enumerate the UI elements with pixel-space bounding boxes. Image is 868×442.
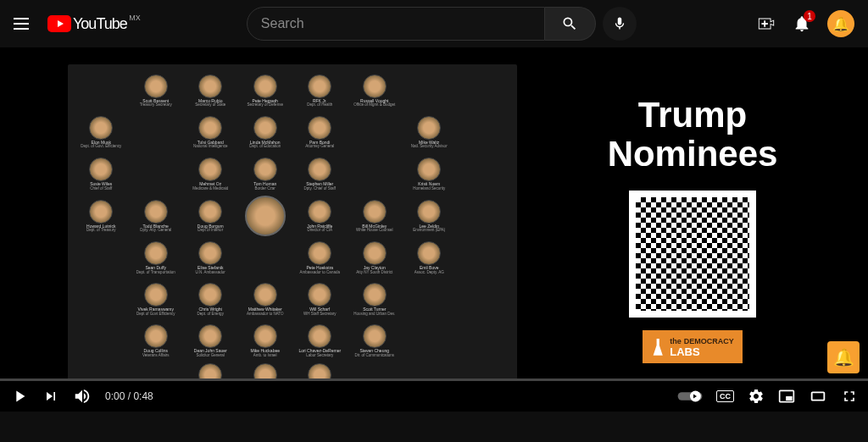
nominee-title: Ambassador to Canada (300, 271, 340, 275)
nominee-title: Dept. of Energy (198, 312, 224, 317)
nominee-photo (363, 324, 387, 348)
nominee-title: National Intelligence (193, 145, 228, 149)
nominee-title: Medicare & Medicaid (192, 187, 228, 191)
search-box (247, 7, 596, 41)
nominee-title: Amb. to Israel (253, 354, 277, 358)
nominee-title: Dept. of Govt. Efficiency (81, 145, 121, 149)
nominee-item: Susie WilesChief of Staff (75, 154, 128, 194)
nominee-photo (308, 157, 331, 181)
theater-button[interactable] (809, 387, 827, 406)
nominee-item: Vivek RamaswamyDept of Govt Efficiency (130, 279, 183, 319)
notification-badge: 1 (804, 10, 815, 22)
create-button[interactable] (756, 14, 776, 34)
next-icon (42, 388, 59, 405)
nominee-title: Atty NY South District (356, 271, 392, 275)
nominee-photo (308, 75, 331, 98)
nominee-title: Border Czar (255, 187, 275, 191)
settings-button[interactable] (748, 388, 765, 405)
nominee-item: Lori Chavez-DeRemerLabor Secretary (293, 321, 347, 361)
nominee-title: Natl. Security Advisor (411, 145, 448, 149)
nominee-photo (89, 157, 113, 181)
volume-button[interactable] (73, 387, 92, 406)
nominee-title: Assoc. Depty. AG (415, 271, 444, 275)
labs-prefix: the (670, 337, 682, 345)
nominee-photo (198, 200, 222, 224)
miniplayer-button[interactable] (778, 388, 795, 405)
nominee-photo (308, 241, 331, 265)
video-player[interactable]: Scott BessentTreasury SecretaryMarco Rub… (0, 47, 868, 412)
nominee-item: Elise StefanikU.N. Ambassador (184, 238, 237, 278)
controls-left: 0:00 / 0:48 (10, 387, 153, 406)
nominee-photo (253, 283, 277, 307)
nominee-title: Dept. of Treasury (86, 229, 116, 233)
nominee-photo (253, 75, 277, 98)
nominee-photo (198, 324, 222, 348)
nominee-photo (363, 75, 387, 98)
nominee-photo (363, 241, 387, 265)
nominee-item: Chris WrightDept. of Energy (184, 279, 237, 319)
play-button[interactable] (10, 387, 29, 406)
nominee-item: Pam BondiAttorney General (293, 113, 347, 152)
nominee-item: Russell VoughtOffice of Mgmt & Budget (348, 71, 402, 111)
captions-button[interactable]: CC (716, 390, 734, 402)
nominee-photo (308, 116, 331, 140)
nominee-title: Labor Secretary (306, 354, 333, 358)
nominee-item: Mehmet OzMedicare & Medicaid (184, 154, 237, 194)
center-photo (245, 196, 286, 236)
nominee-title: Secretary of Defense (248, 103, 283, 108)
nominees-panel: Scott BessentTreasury SecretaryMarco Rub… (68, 64, 517, 403)
nominee-photo (198, 116, 222, 140)
nominee-title: Housing and Urban Dev. (353, 312, 395, 317)
nominee-title: Attorney General (305, 145, 334, 149)
nominee-item: Doug CollinsVeterans Affairs (130, 321, 183, 361)
nominee-item: Tulsi GabbardNational Intelligence (184, 113, 237, 152)
nominee-item: Will ScharfWH Staff Secretary (293, 279, 347, 319)
democracy-labs-badge: the DEMOCRACY LABS (643, 330, 743, 363)
menu-icon[interactable] (14, 14, 34, 34)
qr-code (629, 191, 756, 318)
autoplay-toggle[interactable] (677, 390, 703, 403)
avatar[interactable]: 🔔 (827, 10, 854, 37)
nominee-item: Marco RubioSecretary of State (184, 71, 237, 111)
nominee-item: Steven CheungDir. of Communications (348, 321, 402, 361)
nominee-title: Homeland Security (413, 187, 445, 191)
nominees-grid: Scott BessentTreasury SecretaryMarco Rub… (75, 71, 510, 396)
nominee-item: Linda McMahonDept. of Education (239, 113, 292, 152)
youtube-logo[interactable]: YouTube MX (47, 15, 127, 33)
search-button[interactable] (545, 7, 596, 41)
nominee-item: Pete HoekstraAmbassador to Canada (293, 238, 347, 278)
next-button[interactable] (42, 388, 59, 405)
nominee-item: Stephen MillerDpty. Chief of Staff (293, 154, 347, 194)
nominee-photo (417, 157, 441, 181)
video-right-panel: Trump Nominees the DEMOCRACY LABS (517, 47, 868, 412)
header-right: 1 🔔 (756, 10, 854, 37)
voice-search-button[interactable] (603, 7, 637, 41)
nominee-photo (89, 116, 113, 140)
nominee-item: Todd BlancheDpty. Atty. General (130, 196, 183, 236)
current-time: 0:00 (105, 390, 125, 402)
notifications-button[interactable]: 1 (792, 14, 812, 34)
nominee-title: Dept. of Health (307, 103, 332, 108)
fullscreen-button[interactable] (841, 388, 858, 405)
search-input[interactable] (247, 7, 545, 41)
player-controls: 0:00 / 0:48 CC (0, 381, 868, 412)
autoplay-icon (677, 390, 703, 403)
nominee-title: Office of Mgmt & Budget (353, 103, 395, 108)
create-icon (757, 14, 776, 33)
nominee-title: Director of CIA (307, 229, 332, 233)
nominee-photo (144, 241, 168, 265)
title-line2: Nominees (608, 134, 778, 174)
nominee-photo (144, 324, 168, 348)
nominee-item: RFK Jr.Dept. of Health (293, 71, 347, 111)
play-icon (10, 387, 29, 406)
nominee-photo (363, 283, 387, 307)
nominee-photo (198, 157, 222, 181)
flask-icon (651, 339, 665, 356)
nominee-photo (417, 241, 441, 265)
logo-text: YouTube (73, 15, 127, 33)
labs-main: LABS (670, 345, 699, 358)
channel-watermark[interactable]: 🔔 (827, 341, 860, 373)
nominee-title: Dir. of Communications (354, 354, 394, 358)
nominee-title: U.N. Ambassador (196, 271, 225, 275)
country-code: MX (129, 14, 141, 22)
